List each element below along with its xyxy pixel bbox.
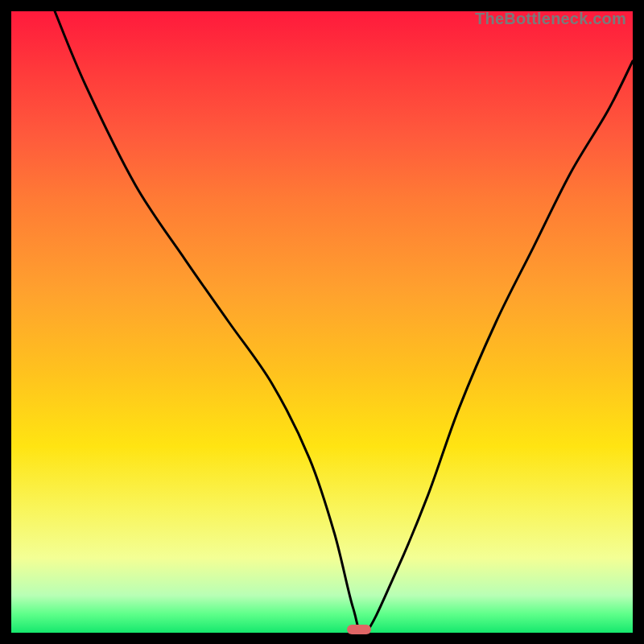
plot-area: TheBottleneck.com [11, 11, 633, 633]
optimal-marker [347, 625, 371, 634]
chart-frame: TheBottleneck.com [0, 0, 644, 644]
watermark-text: TheBottleneck.com [475, 10, 626, 28]
bottleneck-curve [11, 11, 633, 633]
